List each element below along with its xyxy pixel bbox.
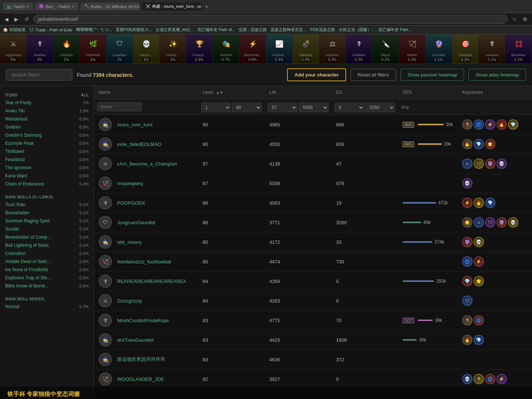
class-item-chieftain[interactable]: 🔥 Chieftain 2% <box>53 34 80 64</box>
settings-button[interactable]: ⚙ <box>521 16 529 23</box>
bookmark-0[interactable]: 🏠 你就知道 <box>3 27 25 33</box>
refresh-button[interactable]: ↺ <box>23 16 30 23</box>
tab-twitch2[interactable]: 🟣 Ben_ - Twitch ✕ <box>35 3 78 10</box>
tab-poe-active[interactable]: ⚔️ 构建 - muns_over_funs - poe.nin... ✕ <box>142 2 201 11</box>
class-item-gladiator[interactable]: 🗡 Gladiator 0.2% <box>346 34 372 64</box>
table-row[interactable]: 🗡 POOPGODX 86 4563 19 472k ⚡🔥💎 <box>94 193 532 213</box>
class-item-hierop[interactable]: ✨ Hierop... 1% <box>160 34 186 64</box>
sidebar-item-0[interactable]: Toxic Rain 0.1% <box>0 201 94 209</box>
filter-life-max-select[interactable]: 5058 <box>299 103 328 112</box>
sidebar-item-0[interactable]: Tear of Purity 1% <box>0 99 94 107</box>
reset-filters-button[interactable]: Reset all filters <box>351 69 396 81</box>
table-row[interactable]: 🧙 跟這個世界說拜拜拜拜 83 4636 372 - <box>94 350 532 369</box>
table-row[interactable]: 🧙 exile_failedEDLMAO 90 4555 836 AVG 29k… <box>94 134 532 154</box>
bookmark-star[interactable]: ☆ <box>511 16 518 23</box>
sidebar-item-9[interactable]: Explosive Trap of Shr... 0.0% <box>0 274 94 282</box>
show-atlas-heatmap-button[interactable]: Show atlas heatmap <box>468 69 526 81</box>
filter-life-min-select[interactable]: 57 <box>268 103 297 112</box>
class-item-inquisitor[interactable]: ⚖ Inquisitor 0.3% <box>319 34 346 64</box>
sidebar-item-4[interactable]: Doedre's Damning 0.6% <box>0 131 94 139</box>
class-item-deadeye[interactable]: 🎯 Deadeye 0.1% <box>452 34 479 64</box>
forward-button[interactable]: ▶ <box>13 16 20 23</box>
url-bar[interactable]: ja/builds/eventhcssf/ <box>33 15 508 24</box>
class-item-juggernaut[interactable]: ⚔ Juggernaut 5% <box>0 34 27 64</box>
class-item-guardian[interactable]: 🛡 Guardian 2% <box>106 34 133 64</box>
bookmark-10[interactable]: 流亡编年史 Path... <box>378 27 412 33</box>
sidebar-item-7[interactable]: Feastbind 0.5% <box>0 156 94 164</box>
bookmark-6[interactable]: 交易 - 流放之路 <box>239 27 267 33</box>
class-item-trickster[interactable]: 🎭 Trickster 0.7% <box>213 34 239 64</box>
table-row[interactable]: 🛡 JungroanGauntlet 86 3771 3260 86k 🌟⚔🛡🔮… <box>94 213 532 232</box>
sidebar-item-0[interactable]: Normal 0.7% <box>0 303 94 311</box>
bookmark-3[interactable]: 里黄POE的猪崽小... <box>116 27 152 33</box>
class-item-berserker[interactable]: 💢 Berserker 0.1% <box>505 34 532 64</box>
class-item-assassin[interactable]: 🗡 Assassin 0.1% <box>479 34 505 64</box>
bookmark-5[interactable]: 流亡编年史 Path of... <box>197 27 235 33</box>
items-filter-toggle[interactable]: All <box>81 93 89 97</box>
col-es[interactable]: ES <box>332 86 399 99</box>
filter-level-max-select[interactable]: 90 <box>232 103 262 112</box>
table-row[interactable]: 🏹 Nordwindzzz_fuckitwebal 85 4474 730 - … <box>94 252 532 272</box>
bookmark-7[interactable]: 流放之路神圣石交... <box>270 27 306 33</box>
add-character-button[interactable]: Add your character <box>287 68 346 81</box>
filter-es-max-select[interactable]: 3260 <box>365 103 395 112</box>
search-filter-input[interactable] <box>6 69 72 81</box>
sidebar-item-8[interactable]: Ice Nova of Frostbolts 0.0% <box>0 266 94 274</box>
back-button[interactable]: ◀ <box>3 16 10 23</box>
sidebar-item-10[interactable]: Blink Arrow of Bomb... 0.0% <box>0 282 94 290</box>
class-item-occultist[interactable]: 🔮 Occultist 0.1% <box>426 34 452 64</box>
sidebar-item-9[interactable]: Karui Ward 0.5% <box>0 172 94 180</box>
sidebar-item-1[interactable]: Boneshatter 0.1% <box>0 209 94 217</box>
class-item-necro[interactable]: 💀 Necro... 1% <box>133 34 160 64</box>
table-row[interactable]: 🗡 REAREAREAREAREAREAREA 84 4284 0 350k 💎… <box>94 272 532 291</box>
sidebar-item-8[interactable]: The Ignomon 0.5% <box>0 164 94 172</box>
col-dps[interactable]: DPS <box>398 86 458 99</box>
filter-es-min-select[interactable]: 0 <box>335 103 364 112</box>
filter-name-input[interactable] <box>97 102 141 111</box>
sidebar-item-6[interactable]: Thrillsteel 0.5% <box>0 147 94 156</box>
bookmark-9[interactable]: 火炬之光（国服）... <box>339 27 375 33</box>
keystones-cell: ⚡🔥💎 <box>462 198 528 208</box>
sidebar-item-7[interactable]: Volatile Dead of Seet... 0.0% <box>0 258 94 266</box>
bookmark-4[interactable]: 云顶之弈直播_lol云... <box>156 27 194 33</box>
table-row[interactable]: 🗡 MoshCouldntFindaRope 83 4775 70 DOT 39… <box>94 311 532 330</box>
sidebar-item-2[interactable]: Wanderlust 0.9% <box>0 115 94 123</box>
tab-add-button[interactable]: + <box>203 3 211 10</box>
col-life[interactable]: Life <box>265 86 332 99</box>
class-item-saboteur[interactable]: 💣 Saboteur 0.3% <box>293 34 319 64</box>
tab-twitch[interactable]: 📺 Twitch ✕ <box>3 3 33 10</box>
sidebar-item-5[interactable]: Ezomyte Peak 0.5% <box>0 139 94 147</box>
bookmark-8[interactable]: POE流放之路 <box>310 27 335 33</box>
table-row[interactable]: ⚔ Grizzgrizzly 84 4263 0 - 🛡 <box>94 291 532 311</box>
sidebar-item-4[interactable]: Boneshatter of Comp... 0.1% <box>0 233 94 241</box>
col-name[interactable]: Name <box>94 86 198 99</box>
sidebar-item-6[interactable]: Cremation 0.1% <box>0 249 94 258</box>
class-item-ascend[interactable]: 📈 Ascend... 0.3% <box>266 34 293 64</box>
filter-level-min-select[interactable]: 1 <box>201 103 231 112</box>
tab-close2[interactable]: ✕ <box>72 4 75 8</box>
bookmark-1[interactable]: 💱 Trade - Path of Exile <box>29 27 72 32</box>
class-item-raider[interactable]: 🏹 Raider 0.2% <box>399 34 426 64</box>
sidebar-item-3[interactable]: Sunder 0.1% <box>0 225 94 233</box>
class-item-champi[interactable]: 🏆 Champi... 0.9% <box>186 34 213 64</box>
table-row[interactable]: 🏹 WOODLANDER_JOE 82 3927 0 - 💀⚗🌀⚡ <box>94 369 532 389</box>
table-row[interactable]: 🧙 drizTriesGauntlet 83 4425 1608 36k 🔥💎 <box>94 330 532 350</box>
class-item-elemental[interactable]: ⚡ Elemental... 0.6% <box>239 34 266 64</box>
col-level[interactable]: Level ▲▼ <box>198 86 265 99</box>
table-row[interactable]: ⚔ cArn_Become_a_Champion 87 4138 47 - ⚔🛡… <box>94 154 532 174</box>
class-item-slayer[interactable]: 🔪 Slayer 0.2% <box>372 34 399 64</box>
show-passive-heatmap-button[interactable]: Show passive heatmap <box>400 69 464 81</box>
table-row[interactable]: 🏹 nnqweqweq 87 5058 979 - 💀 <box>94 174 532 193</box>
sidebar-item-3[interactable]: Goldrim 0.9% <box>0 123 94 131</box>
sidebar-item-1[interactable]: Araku Tiki 1.0% <box>0 107 94 115</box>
table-row[interactable]: 🧙 sbb_misery 85 4172 33 274k 🔮💀 <box>94 232 532 252</box>
class-item-shadow[interactable]: 🗡 Shadow 4% <box>27 34 53 64</box>
table-row[interactable]: 🧙 muns_over_funs 90 4965 666 AVG 30k ⚗🌀⚡… <box>94 115 532 134</box>
sidebar-item-10[interactable]: Chain of Endurance 0.4% <box>0 180 94 188</box>
sidebar-item-2[interactable]: Summon Raging Spirit 0.1% <box>0 217 94 225</box>
sidebar-item-5[interactable]: Ball Lightning of Static 0.1% <box>0 241 94 249</box>
tab-builds[interactable]: 🔨 Builds - Ziz Affliction HCSSF Clas... … <box>81 3 140 10</box>
class-item-pathfinder[interactable]: 🌿 Pathfinder 2% <box>80 34 106 64</box>
bookmark-2[interactable]: 啊哩啊哩( ^ - *) つ... <box>76 27 112 33</box>
tab-close[interactable]: ✕ <box>26 4 29 8</box>
